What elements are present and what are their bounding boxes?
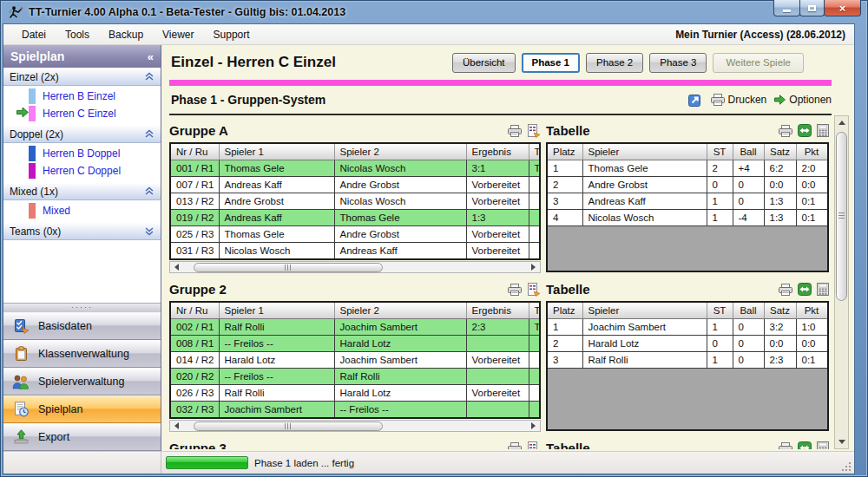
vertical-scrollbar[interactable] bbox=[834, 115, 849, 449]
match-cell: Vorbereitet bbox=[466, 193, 529, 209]
nav-button-spielerverwaltung[interactable]: Spielerverwaltung bbox=[3, 368, 161, 395]
phase-title: Phase 1 - Gruppen-System bbox=[171, 93, 326, 107]
edit-window-icon[interactable] bbox=[688, 93, 703, 108]
swap-icon[interactable] bbox=[798, 283, 812, 296]
sidebar-section-teams[interactable]: Teams (0x) bbox=[3, 222, 161, 240]
standings-cell: 1:0 bbox=[796, 318, 827, 335]
match-row[interactable]: 001 / R1Thomas GeleNicolas Wosch3:1Ti bbox=[171, 160, 541, 176]
nav-button-export[interactable]: Export bbox=[3, 423, 161, 451]
scroll-left-icon[interactable] bbox=[170, 262, 183, 272]
horizontal-scrollbar[interactable] bbox=[169, 420, 541, 432]
swap-icon[interactable] bbox=[798, 124, 812, 137]
match-cell: 019 / R2 bbox=[171, 209, 219, 225]
close-button[interactable]: × bbox=[824, 0, 861, 16]
enter-result-icon[interactable] bbox=[527, 124, 541, 138]
print-button[interactable]: Drucken bbox=[711, 94, 767, 106]
swap-icon[interactable] bbox=[798, 441, 812, 449]
match-row[interactable]: 025 / R3Thomas GeleAndre GrobstVorbereit… bbox=[171, 225, 541, 242]
nav-button-basisdaten[interactable]: Basisdaten bbox=[3, 312, 161, 340]
titlebar[interactable]: TT-Turnier 4.00 Alpha 0.1 - Beta-Tester … bbox=[0, 0, 868, 24]
options-button[interactable]: Optionen bbox=[774, 94, 832, 106]
tab-weitere-spiele[interactable]: Weitere Spiele bbox=[713, 53, 804, 73]
calculator-icon[interactable] bbox=[817, 283, 829, 296]
enter-result-icon[interactable] bbox=[527, 283, 541, 297]
standings-row[interactable]: 1Thomas Gele2+46:22:0 bbox=[548, 160, 827, 176]
sidebar-item-herren-b-doppel[interactable]: Herren B Doppel bbox=[3, 145, 161, 162]
horizontal-scroll-thumb[interactable] bbox=[194, 263, 383, 272]
tab-phase-3[interactable]: Phase 3 bbox=[649, 53, 707, 73]
chevron-double-down-icon[interactable] bbox=[144, 226, 155, 236]
printer-icon[interactable] bbox=[779, 442, 792, 450]
horizontal-scroll-thumb[interactable] bbox=[194, 421, 383, 431]
sidebar-section-mixed[interactable]: Mixed (1x) bbox=[3, 182, 161, 200]
match-row[interactable]: 031 / R3Nicolas WoschAndreas KaffVorbere… bbox=[171, 242, 541, 258]
standings-row[interactable]: 3Andreas Kaff101:30:1 bbox=[548, 193, 827, 209]
group-title: Gruppe 2 bbox=[169, 282, 227, 297]
match-cell: Andreas Kaff bbox=[334, 242, 466, 258]
match-cell: Ralf Rolli bbox=[219, 318, 334, 335]
class-color-bar bbox=[29, 163, 36, 179]
calculator-icon[interactable] bbox=[817, 124, 829, 137]
match-cell: Nicolas Wosch bbox=[334, 160, 466, 176]
maximize-button[interactable] bbox=[799, 0, 825, 16]
match-cell: Joachim Sambert bbox=[219, 401, 334, 417]
match-row[interactable]: 002 / R1Ralf RolliJoachim Sambert2:3Ti bbox=[171, 318, 541, 335]
match-row[interactable]: 013 / R2Andre GrobstNicolas WoschVorbere… bbox=[171, 193, 541, 209]
match-row[interactable]: 007 / R1Andreas KaffAndre GrobstVorberei… bbox=[171, 176, 541, 193]
sidebar-item-herren-c-doppel[interactable]: Herren C Doppel bbox=[3, 162, 161, 180]
standings-cell: Thomas Gele bbox=[582, 160, 707, 176]
menu-item-viewer[interactable]: Viewer bbox=[153, 26, 203, 43]
chevron-double-up-icon[interactable] bbox=[144, 72, 155, 82]
nav-button-klassenverwaltung[interactable]: Klassenverwaltung bbox=[3, 340, 161, 368]
scroll-down-icon[interactable] bbox=[835, 435, 848, 448]
match-cell: 2:3 bbox=[466, 318, 529, 335]
vertical-scroll-thumb[interactable] bbox=[836, 132, 847, 301]
match-row[interactable]: 032 / R3Joachim Sambert-- Freilos -- bbox=[171, 401, 541, 417]
accent-divider bbox=[169, 80, 832, 86]
horizontal-scrollbar[interactable] bbox=[169, 261, 541, 273]
sidebar-section-doppel[interactable]: Doppel (2x) bbox=[3, 125, 161, 143]
sidebar-section-einzel[interactable]: Einzel (2x) bbox=[3, 68, 161, 86]
standings-row[interactable]: 3Ralf Rolli102:30:1 bbox=[548, 351, 827, 368]
chevron-double-up-icon[interactable] bbox=[144, 186, 155, 196]
resize-grip[interactable] bbox=[842, 461, 852, 471]
sidebar-splitter[interactable]: ····· bbox=[3, 303, 161, 312]
column-header: ST bbox=[707, 144, 733, 160]
sidebar-item-herren-c-einzel[interactable]: Herren C Einzel bbox=[3, 105, 161, 122]
minimize-button[interactable] bbox=[773, 0, 800, 16]
menu-item-datei[interactable]: Datei bbox=[12, 26, 56, 43]
match-row[interactable]: 014 / R2Harald LotzJoachim SambertVorber… bbox=[171, 351, 541, 368]
chevron-double-up-icon[interactable] bbox=[144, 129, 155, 139]
sidebar-collapse-icon[interactable]: « bbox=[148, 50, 154, 63]
match-row[interactable]: 026 / R3Ralf RolliHarald LotzVorbereitet bbox=[171, 384, 541, 401]
scroll-left-icon[interactable] bbox=[170, 421, 183, 431]
menu-item-support[interactable]: Support bbox=[204, 26, 260, 43]
printer-icon[interactable] bbox=[508, 442, 522, 450]
match-row[interactable]: 008 / R1-- Freilos --Harald Lotz bbox=[171, 335, 541, 351]
printer-icon[interactable] bbox=[508, 125, 522, 137]
tab-übersicht[interactable]: Übersicht bbox=[452, 53, 516, 73]
scroll-up-icon[interactable] bbox=[835, 116, 848, 129]
options-label: Optionen bbox=[789, 94, 832, 106]
standings-row[interactable]: 4Nicolas Wosch1-41:30:1 bbox=[548, 209, 827, 225]
standings-row[interactable]: 1Joachim Sambert103:21:0 bbox=[548, 318, 827, 335]
printer-icon[interactable] bbox=[779, 284, 792, 296]
match-row[interactable]: 019 / R2Andreas KaffThomas Gele1:3 bbox=[171, 209, 541, 225]
scroll-right-icon[interactable] bbox=[527, 262, 540, 272]
menu-item-backup[interactable]: Backup bbox=[99, 26, 153, 43]
calculator-icon[interactable] bbox=[817, 441, 829, 449]
enter-result-icon[interactable] bbox=[527, 441, 541, 450]
match-row[interactable]: 020 / R2-- Freilos --Ralf Rolli bbox=[171, 368, 541, 384]
sidebar-item-mixed[interactable]: Mixed bbox=[3, 202, 161, 219]
menu-item-tools[interactable]: Tools bbox=[56, 26, 99, 43]
nav-button-spielplan[interactable]: Spielplan bbox=[3, 395, 161, 423]
printer-icon[interactable] bbox=[508, 284, 522, 296]
scroll-right-icon[interactable] bbox=[527, 421, 540, 431]
standings-row[interactable]: 2Harald Lotz000:00:0 bbox=[548, 335, 827, 351]
tab-phase-2[interactable]: Phase 2 bbox=[586, 53, 643, 73]
standings-row[interactable]: 2Andre Grobst000:00:0 bbox=[548, 176, 827, 193]
sidebar-item-herren-b-einzel[interactable]: Herren B Einzel bbox=[3, 88, 161, 105]
standings-cell: Harald Lotz bbox=[582, 335, 707, 351]
printer-icon[interactable] bbox=[779, 125, 792, 137]
tab-phase-1[interactable]: Phase 1 bbox=[522, 53, 580, 73]
